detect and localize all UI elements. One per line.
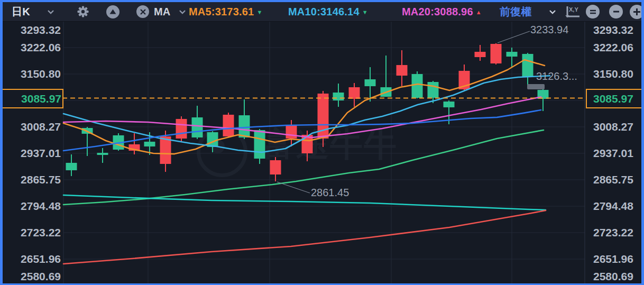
price-adjust-selector[interactable]: 前復權 (500, 2, 532, 21)
trend-down-icon: ▼ (362, 9, 368, 15)
ma-line-ma20 (63, 97, 541, 137)
axis-price-label: 2937.01 (593, 147, 643, 160)
candle-body (254, 130, 265, 159)
candle-body (507, 52, 518, 57)
chart-canvas[interactable] (0, 0, 644, 285)
axis-price-label: 3008.27 (593, 121, 643, 133)
axis-price-label: 3008.27 (0, 121, 61, 133)
ma5-value-text: MA5:3173.61 (189, 6, 254, 18)
chevron-down-icon[interactable] (549, 2, 556, 21)
indicator-ma-selector[interactable]: MA (154, 2, 171, 21)
menu-circle-icon[interactable] (586, 2, 600, 21)
candle-body (192, 117, 203, 137)
candle-body (349, 87, 360, 99)
candle-body (428, 82, 439, 98)
candle-body (365, 79, 376, 86)
axis-price-label: 2794.48 (593, 200, 643, 213)
high-price-annotation: 3233.94 (530, 24, 568, 36)
chevron-down-icon[interactable] (179, 2, 186, 21)
trend-up-icon: ▲ (476, 9, 482, 15)
axis-price-label: 3293.32 (0, 24, 61, 36)
candle-body (412, 74, 423, 98)
chart-toolbar: 日K MA (3, 2, 641, 22)
candle-body (223, 115, 234, 136)
xy-axis-text: X,Y (569, 6, 578, 13)
candle-body (160, 136, 171, 164)
ma10-value-text: MA10:3146.14 (288, 6, 360, 18)
axis-price-label: 2580.69 (593, 270, 643, 283)
candle-body (397, 65, 408, 76)
window-border-left (0, 0, 3, 285)
window-border-top (0, 0, 644, 2)
circle-close-icon[interactable] (136, 2, 149, 21)
candle-body (239, 115, 250, 137)
kline-period-selector[interactable]: 日K (12, 2, 30, 21)
candle-body (286, 125, 297, 139)
candle-body (176, 119, 187, 139)
axis-price-label: 2794.48 (0, 200, 61, 213)
window-border-right (641, 0, 644, 285)
axis-price-label: 3150.80 (0, 68, 61, 80)
ma10-value[interactable]: MA10:3146.14 ▼ (288, 2, 368, 21)
axis-price-label: 2723.22 (593, 226, 643, 239)
low-price-annotation: 2861.45 (311, 187, 349, 199)
candle-body (444, 102, 455, 107)
axis-price-label: 2651.96 (593, 253, 643, 265)
axis-price-label: 2865.75 (0, 173, 61, 186)
current-price-tag-left: 3085.97 (1, 89, 63, 108)
circle-up-icon[interactable] (106, 2, 119, 21)
candle-body (270, 160, 281, 174)
trend-down-icon: ▼ (256, 9, 262, 15)
candle-body (491, 44, 502, 63)
ma-line-ma-teal (63, 195, 546, 210)
candle-body (97, 153, 108, 155)
ma-line-ma-red (63, 210, 546, 264)
gray-price-marker (527, 84, 545, 89)
gear-icon[interactable] (77, 2, 89, 21)
axis-price-label: 2937.01 (0, 147, 61, 160)
current-price-tag-right: 3085.97 (586, 89, 644, 108)
axis-price-label: 3293.32 (593, 24, 643, 36)
axis-price-label: 3222.06 (593, 41, 643, 54)
trading-chart-window: 日K MA (0, 0, 644, 285)
axis-price-label: 3222.06 (0, 41, 61, 54)
axis-price-label: 2865.75 (593, 173, 643, 186)
ma20-value[interactable]: MA20:3088.96 ▲ (402, 2, 482, 21)
nearby-price-annotation: 3126.3... (536, 70, 577, 82)
axis-price-label: 2651.96 (0, 253, 61, 265)
candle-body (66, 163, 77, 170)
candle-body (522, 54, 533, 77)
xy-axis-icon[interactable]: X,Y (564, 2, 581, 21)
annotation-connector (498, 31, 530, 43)
zoom-out-icon[interactable] (609, 2, 623, 21)
ma5-value[interactable]: MA5:3173.61 ▼ (189, 2, 262, 21)
candle-body (333, 93, 344, 100)
axis-price-label: 2580.69 (0, 270, 61, 283)
ma20-value-text: MA20:3088.96 (402, 6, 473, 18)
chevron-down-icon[interactable] (47, 2, 54, 21)
candle-body (475, 52, 486, 57)
axis-price-label: 2723.22 (0, 226, 61, 239)
candle-body (144, 142, 155, 146)
annotation-connector (277, 182, 310, 193)
axis-price-label: 3150.80 (593, 68, 643, 80)
